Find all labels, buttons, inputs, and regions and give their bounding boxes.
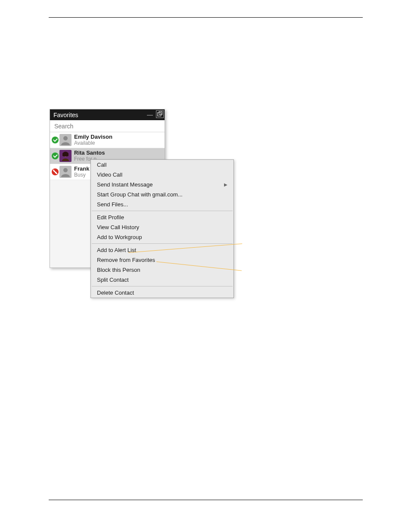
search-input[interactable]: [54, 123, 165, 130]
avatar: [59, 134, 72, 146]
popout-button[interactable]: [156, 110, 164, 118]
avatar: [59, 150, 72, 162]
svg-rect-1: [159, 112, 162, 115]
presence-available-icon: [52, 152, 59, 159]
context-menu: Call Video Call Send Instant Message▶ St…: [90, 159, 234, 298]
menu-item-group-chat[interactable]: Start Group Chat with gmail.com...: [91, 190, 234, 199]
menu-item-video-call[interactable]: Video Call: [91, 170, 234, 180]
menu-item-call-history[interactable]: View Call History: [91, 222, 234, 232]
menu-item-call[interactable]: Call: [91, 160, 234, 170]
menu-separator: [92, 286, 233, 286]
menu-separator: [92, 211, 233, 211]
menu-item-delete[interactable]: Delete Contact: [91, 288, 234, 298]
contact-row[interactable]: Emily Davison Available: [50, 132, 165, 148]
submenu-arrow-icon: ▶: [224, 182, 227, 187]
minimize-button[interactable]: —: [146, 110, 154, 119]
divider-bottom: [49, 500, 363, 500]
menu-item-edit-profile[interactable]: Edit Profile: [91, 212, 234, 222]
contact-name: Rita Santos: [74, 150, 105, 156]
contact-name: Emily Davison: [74, 134, 112, 140]
menu-item-remove-favorites[interactable]: Remove from Favorites: [91, 255, 234, 265]
title-bar: Favorites —: [50, 109, 165, 120]
avatar: [59, 166, 72, 178]
search-bar: [50, 120, 165, 132]
menu-item-block[interactable]: Block this Person: [91, 265, 234, 275]
menu-item-send-im[interactable]: Send Instant Message▶: [91, 180, 234, 190]
svg-point-2: [63, 136, 68, 140]
menu-item-send-files[interactable]: Send Files...: [91, 199, 234, 209]
presence-available-icon: [52, 137, 59, 143]
menu-item-add-workgroup[interactable]: Add to Workgroup: [91, 232, 234, 242]
menu-item-split[interactable]: Split Contact: [91, 275, 234, 285]
contact-status: Available: [74, 140, 112, 146]
svg-point-4: [63, 168, 68, 172]
panel-title: Favorites: [53, 112, 78, 118]
divider-top: [49, 17, 363, 18]
menu-separator: [92, 243, 233, 244]
presence-busy-icon: [52, 168, 59, 175]
